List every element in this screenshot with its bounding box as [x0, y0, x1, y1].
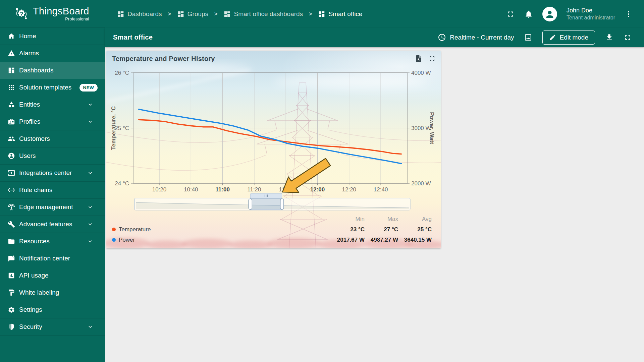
expand-fullscreen-icon[interactable] [428, 55, 436, 63]
time-window-button[interactable]: Realtime - Current day [438, 33, 514, 42]
sidebar-item-label: Users [19, 152, 36, 160]
chevron-down-icon [87, 221, 94, 228]
x-tick-label: 11:20 [247, 186, 261, 193]
sidebar-item-api-usage[interactable]: API usage [0, 267, 105, 284]
avatar[interactable] [542, 7, 557, 21]
time-slider-handle-left[interactable] [249, 199, 252, 209]
download-icon[interactable] [605, 33, 613, 42]
user-name: John Doe [567, 7, 615, 14]
dashboards-icon [8, 67, 15, 74]
sidebar: ThingsBoard Professional HomeAlarmsDashb… [0, 0, 105, 362]
top-header: Dashboards>Groups>Smart office dashboard… [105, 0, 644, 28]
sidebar-item-edge-management[interactable]: Edge management [0, 199, 105, 216]
series-name: Power [119, 237, 135, 243]
sidebar-item-alarms[interactable]: Alarms [0, 45, 105, 62]
edit-mode-button[interactable]: Edit mode [542, 31, 595, 45]
dashboards-icon [318, 10, 325, 18]
edit-pencil-icon [549, 34, 556, 41]
breadcrumb: Dashboards>Groups>Smart office dashboard… [117, 10, 362, 18]
sidebar-item-home[interactable]: Home [0, 28, 105, 45]
breadcrumb-separator: > [309, 11, 312, 17]
sidebar-item-rule-chains[interactable]: Rule chains [0, 182, 105, 199]
dashboard-image-icon[interactable] [524, 33, 532, 42]
dashboard-title: Smart office [113, 34, 153, 41]
breadcrumb-separator: > [168, 11, 171, 17]
profiles-icon [8, 118, 15, 125]
annotation-arrow [277, 154, 333, 200]
y-left-tick-label: 24 °C [115, 180, 129, 187]
legend-col-min: Min [331, 216, 365, 223]
legend-col-avg: Avg [398, 216, 432, 223]
time-slider-window[interactable] [250, 198, 282, 210]
chevron-down-icon [87, 170, 94, 176]
x-tick-label: 10:20 [152, 186, 167, 193]
sidebar-item-label: Advanced features [19, 221, 72, 228]
integrations-center-icon [8, 169, 15, 177]
sidebar-item-advanced-features[interactable]: Advanced features [0, 216, 105, 233]
sidebar-item-resources[interactable]: Resources [0, 233, 105, 250]
sidebar-item-label: Alarms [19, 50, 39, 57]
widget-header: Temperature and Power History [112, 55, 436, 63]
breadcrumb-item-3[interactable]: Smart office [318, 10, 362, 18]
y-left-axis-title: Temperature, °C [110, 106, 117, 150]
dashboards-icon [117, 10, 124, 18]
sidebar-item-entities[interactable]: Entities [0, 96, 105, 113]
sidebar-item-label: Dashboards [19, 67, 53, 74]
y-left-tick-label: 25 °C [115, 125, 129, 131]
thingsboard-logo-icon [13, 6, 30, 22]
sidebar-item-label: Settings [19, 306, 42, 313]
series-name: Temperature [119, 226, 151, 233]
series-line-power [139, 109, 401, 164]
rule-chains-icon [8, 186, 15, 194]
user-info[interactable]: John Doe Tenant administrator [567, 7, 615, 21]
sidebar-item-users[interactable]: Users [0, 147, 105, 165]
toolbar-actions: Realtime - Current day Edit mode [438, 31, 632, 45]
header-actions: John Doe Tenant administrator [506, 7, 633, 21]
toolbar-fullscreen-icon[interactable] [624, 33, 632, 42]
more-menu-icon[interactable] [625, 10, 633, 18]
logo[interactable]: ThingsBoard Professional [0, 0, 105, 28]
edge-management-icon [8, 203, 15, 211]
chevron-down-icon [87, 323, 94, 330]
settings-icon [8, 306, 15, 313]
time-slider-handle-right[interactable] [280, 199, 284, 209]
y-right-tick-label: 4000 W [411, 70, 431, 76]
sidebar-item-profiles[interactable]: Profiles [0, 113, 105, 130]
export-file-icon[interactable] [415, 55, 423, 63]
dashboards-icon [177, 10, 184, 18]
sidebar-item-notification-center[interactable]: Notification center [0, 250, 105, 267]
sidebar-item-label: Customers [19, 135, 50, 142]
solution-templates-icon [8, 84, 15, 91]
sidebar-item-label: Edge management [19, 203, 73, 211]
temperature-power-widget: Temperature and Power History [106, 51, 441, 248]
chevron-down-icon [87, 238, 94, 245]
stat-avg: 3640.15 W [398, 237, 432, 243]
breadcrumb-label: Smart office [328, 10, 362, 18]
sidebar-item-customers[interactable]: Customers [0, 130, 105, 147]
stat-min: 2017.67 W [331, 237, 365, 243]
breadcrumb-item-2[interactable]: Smart office dashboards [223, 10, 303, 18]
breadcrumb-item-1[interactable]: Groups [177, 10, 208, 18]
dashboard-toolbar: Smart office Realtime - Current day Edit… [105, 28, 644, 47]
sidebar-item-label: Resources [19, 238, 50, 245]
breadcrumb-item-0[interactable]: Dashboards [117, 10, 162, 18]
legend-row-power[interactable]: Power2017.67 W4987.27 W3640.15 W [112, 235, 432, 245]
sidebar-item-integrations-center[interactable]: Integrations center [0, 165, 105, 182]
widget-title: Temperature and Power History [112, 55, 215, 63]
legend-col-max: Max [365, 216, 398, 223]
sidebar-item-dashboards[interactable]: Dashboards [0, 62, 105, 79]
sidebar-item-white-labeling[interactable]: White labeling [0, 284, 105, 301]
breadcrumb-label: Groups [187, 10, 208, 18]
sidebar-item-settings[interactable]: Settings [0, 301, 105, 318]
breadcrumb-separator: > [214, 11, 217, 17]
notifications-bell-icon[interactable] [524, 10, 533, 18]
fullscreen-icon[interactable] [506, 10, 515, 18]
sidebar-item-security[interactable]: Security [0, 318, 105, 336]
dashboard-content: Temperature and Power History [105, 47, 644, 362]
sidebar-item-label: Profiles [19, 118, 40, 125]
breadcrumb-label: Smart office dashboards [234, 10, 303, 18]
chevron-down-icon [87, 118, 94, 125]
sidebar-item-solution-templates[interactable]: Solution templatesNEW [0, 79, 105, 96]
sidebar-item-label: Notification center [19, 255, 70, 262]
legend-row-temperature[interactable]: Temperature23 °C27 °C25 °C [112, 224, 432, 235]
